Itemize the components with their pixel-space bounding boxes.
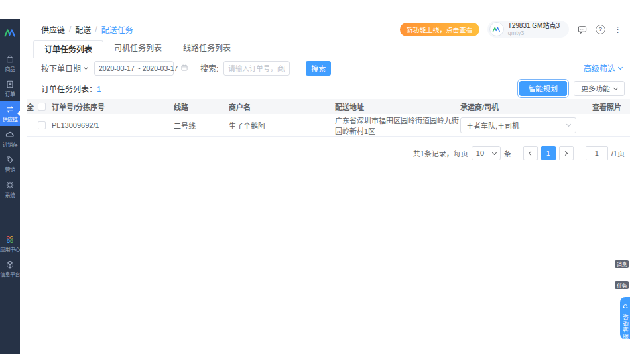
search-label: 搜索: — [200, 62, 218, 74]
col-header-order-no: 订单号/分拣序号 — [52, 101, 174, 112]
page-size-select[interactable]: 10 — [472, 146, 501, 160]
marketing-icon — [5, 155, 15, 164]
sidebar-item-system[interactable]: 系统 — [0, 176, 20, 202]
app-center-icon — [5, 235, 15, 244]
list-count: 1 — [97, 85, 101, 94]
col-header-merchant: 商户名 — [229, 101, 335, 112]
col-header-line: 线路 — [174, 101, 229, 112]
breadcrumb-separator: / — [69, 25, 71, 34]
sidebar-item-label: 进销存 — [3, 141, 18, 148]
date-range-value: 2020-03-17 ~ 2020-03-17 — [99, 64, 178, 72]
page-number-active[interactable]: 1 — [541, 146, 556, 160]
user-handle: qmty3 — [508, 30, 560, 36]
screen: 商品 订单 供应链 — [0, 0, 630, 364]
col-header-photo: 查看照片 — [592, 101, 630, 112]
tab-route-task-list[interactable]: 线路任务列表 — [172, 40, 241, 58]
order-icon — [5, 80, 15, 89]
tabbar: 订单任务列表 司机任务列表 线路任务列表 — [20, 40, 630, 58]
message-icon[interactable] — [577, 25, 588, 34]
page-jump-input[interactable] — [586, 146, 608, 160]
topbar-right: 新功能上线，点击查看 T29831 GM站点3 qmty3 — [400, 21, 622, 38]
search-button[interactable]: 搜索 — [306, 61, 331, 76]
sidebar-item-label: 营销 — [5, 166, 15, 173]
sidebar-item-goods[interactable]: 商品 — [0, 50, 20, 76]
breadcrumb-item-current[interactable]: 配送任务 — [101, 24, 133, 35]
list-header: 订单任务列表：1 智能规划 更多功能 — [20, 80, 630, 97]
chevron-down-icon — [618, 65, 623, 70]
sidebar-item-marketing[interactable]: 营销 — [0, 151, 20, 176]
info-platform-icon — [5, 260, 15, 269]
prev-page-button[interactable] — [523, 146, 538, 160]
list-actions: 智能规划 更多功能 — [519, 81, 625, 96]
chevron-down-icon — [613, 85, 618, 90]
smart-plan-button[interactable]: 智能规划 — [519, 81, 567, 96]
customer-service-tab[interactable]: 咨询客服 — [620, 297, 630, 339]
avatar — [489, 22, 504, 36]
sidebar-item-orders[interactable]: 订单 — [0, 76, 20, 101]
breadcrumb-separator: / — [95, 25, 97, 34]
tab-order-task-list[interactable]: 订单任务列表 — [33, 40, 103, 58]
date-type-select[interactable]: 按下单日期 — [41, 62, 88, 74]
select-all-checkbox[interactable] — [38, 103, 46, 111]
topbar: 供应链 / 配送 / 配送任务 新功能上线，点击查看 T29831 GM — [20, 19, 630, 40]
table-row: PL13009692/1 二号线 生了个鹅阿 广东省深圳市福田区园岭街道园岭九街… — [27, 114, 630, 137]
logo-icon — [3, 28, 17, 38]
col-header-carrier: 承运商/司机 — [460, 101, 592, 112]
more-functions-button[interactable]: 更多功能 — [574, 81, 625, 96]
calendar-icon — [180, 64, 188, 73]
date-type-label: 按下单日期 — [41, 62, 81, 74]
inventory-icon — [5, 130, 15, 139]
customer-service-label: 咨询客服 — [621, 314, 629, 339]
float-pill-message[interactable]: 消息 — [615, 260, 629, 268]
system-icon — [5, 180, 15, 190]
page-size-value: 10 — [476, 149, 484, 157]
carrier-driver-value: 王者车队,王司机 — [466, 120, 567, 131]
chevron-left-icon — [529, 151, 533, 155]
kebab-menu-icon[interactable]: ⋮ — [613, 25, 622, 34]
sidebar-item-label: 系统 — [5, 191, 15, 198]
pagination-total: 共1条记录，每页 — [413, 148, 468, 158]
advanced-filter-link[interactable]: 高级筛选 — [584, 62, 622, 74]
main-content: 供应链 / 配送 / 配送任务 新功能上线，点击查看 T29831 GM — [20, 19, 630, 354]
cell-line: 二号线 — [174, 120, 229, 131]
app-logo[interactable] — [3, 27, 17, 40]
breadcrumb-item[interactable]: 配送 — [75, 24, 91, 35]
bag-icon — [5, 54, 15, 64]
chevron-down-icon — [492, 150, 497, 154]
filterbar: 按下单日期 2020-03-17 ~ 2020-03-17 搜索: 搜索 高级筛… — [20, 58, 630, 78]
search-input[interactable] — [223, 61, 290, 76]
float-pill-task[interactable]: 任务 — [615, 281, 629, 289]
sidebar-item-supply-chain[interactable]: 供应链 — [0, 101, 20, 126]
sidebar-item-label: 信息平台 — [0, 271, 20, 278]
col-header-address: 配送地址 — [335, 101, 460, 112]
row-checkbox[interactable] — [38, 121, 46, 129]
sidebar-item-label: 订单 — [5, 90, 15, 97]
chevron-right-icon — [563, 151, 568, 155]
sidebar-item-label: 商品 — [5, 65, 15, 72]
pagination-total-pages: /1页 — [611, 148, 625, 158]
cell-address: 广东省深圳市福田区园岭街道园岭九街园岭新村1区 — [335, 115, 460, 136]
user-menu[interactable]: T29831 GM站点3 qmty3 — [487, 21, 569, 38]
list-title: 订单任务列表：1 — [41, 83, 101, 94]
tab-driver-task-list[interactable]: 司机任务列表 — [103, 40, 172, 58]
sidebar-item-label: 供应链 — [3, 115, 18, 123]
supply-chain-icon — [5, 105, 15, 114]
user-info: T29831 GM站点3 qmty3 — [508, 22, 560, 36]
breadcrumb-item[interactable]: 供应链 — [41, 24, 65, 35]
chevron-down-icon — [84, 65, 88, 70]
carrier-driver-select[interactable]: 王者车队,王司机 — [460, 117, 576, 133]
chevron-down-icon — [566, 122, 571, 127]
cell-merchant: 生了个鹅阿 — [229, 120, 335, 131]
sidebar-item-label: 应用中心 — [0, 245, 20, 253]
sidebar-item-inventory[interactable]: 进销存 — [0, 126, 20, 151]
sidebar-item-app-center[interactable]: 应用中心 — [0, 231, 20, 256]
next-page-button[interactable] — [559, 146, 574, 160]
date-range-input[interactable]: 2020-03-17 ~ 2020-03-17 — [94, 61, 174, 76]
order-task-table: 全 订单号/分拣序号 线路 商户名 配送地址 承运商/司机 查看照片 PL130… — [27, 99, 630, 137]
new-feature-badge[interactable]: 新功能上线，点击查看 — [400, 23, 479, 36]
sidebar-item-info-platform[interactable]: 信息平台 — [0, 256, 20, 281]
pagination-unit: 条 — [504, 148, 511, 158]
help-icon[interactable]: ? — [596, 25, 605, 34]
pagination: 共1条记录，每页 10 条 1 /1页 — [20, 146, 630, 160]
user-name: T29831 GM站点3 — [508, 22, 560, 30]
